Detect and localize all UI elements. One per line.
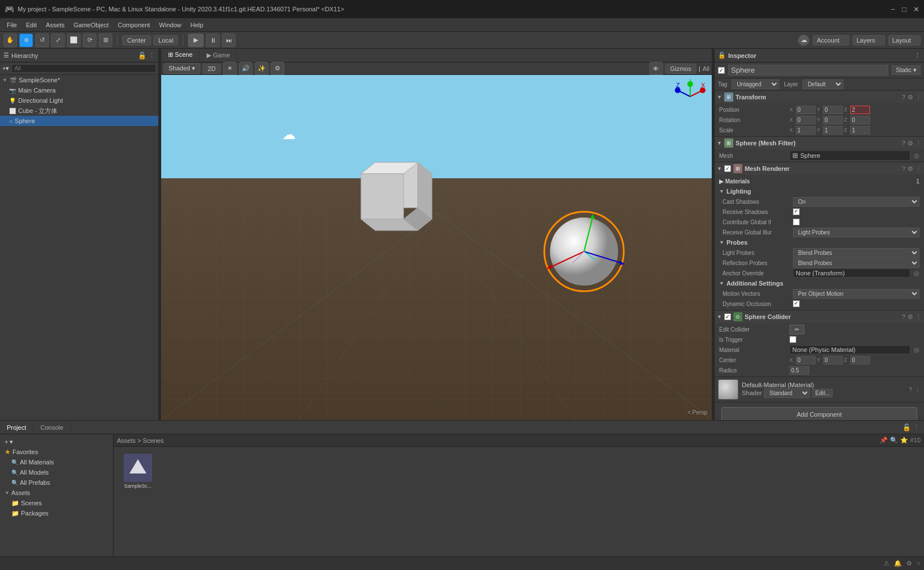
scene-gizmo-widget[interactable]: X Y Z bbox=[673, 79, 707, 114]
add-component-button[interactable]: Add Component bbox=[721, 407, 917, 420]
view-options[interactable]: 👁 bbox=[649, 62, 663, 76]
mesh-filter-menu[interactable]: ⋮ bbox=[915, 140, 922, 147]
lighting-toggle[interactable]: ☀ bbox=[223, 62, 237, 76]
fx-toggle[interactable]: ✨ bbox=[255, 62, 268, 76]
move-tool[interactable]: ⊕ bbox=[19, 33, 33, 47]
object-name-field[interactable] bbox=[728, 65, 888, 76]
object-enable-checkbox[interactable]: ✓ bbox=[718, 67, 725, 74]
game-tab[interactable]: ▶ Game bbox=[200, 51, 237, 60]
center-y-input[interactable] bbox=[823, 356, 843, 364]
add-btn[interactable]: +▾ bbox=[2, 437, 111, 447]
console-tab[interactable]: Console bbox=[33, 423, 70, 432]
project-pin[interactable]: 📌 bbox=[880, 437, 888, 444]
scale-y-input[interactable] bbox=[823, 126, 843, 135]
edit-collider-btn[interactable]: ✏ bbox=[789, 325, 804, 334]
mesh-renderer-settings[interactable]: ⚙ bbox=[908, 165, 913, 173]
mesh-filter-settings[interactable]: ⚙ bbox=[908, 140, 913, 147]
transform-header[interactable]: ▼ ⊞ Transform ? ⚙ ⋮ bbox=[715, 91, 924, 103]
material-help[interactable]: ? bbox=[909, 386, 912, 393]
layout-dropdown[interactable]: Layout bbox=[888, 35, 921, 45]
bottom-lock[interactable]: 🔓 bbox=[902, 424, 911, 431]
probes-header[interactable]: ▼ Probes bbox=[718, 237, 921, 248]
rotate-tool[interactable]: ↺ bbox=[35, 33, 49, 47]
center-z-input[interactable] bbox=[850, 356, 870, 364]
menu-gameobject[interactable]: GameObject bbox=[69, 20, 114, 30]
project-star[interactable]: ⭐ bbox=[900, 437, 908, 444]
mesh-renderer-help[interactable]: ? bbox=[902, 165, 905, 173]
status-icon-1[interactable]: ⚠ bbox=[884, 560, 889, 567]
reflection-probes-dropdown[interactable]: Blend Probes bbox=[793, 258, 919, 268]
anchor-target-btn[interactable]: ◎ bbox=[914, 270, 919, 277]
transform-help[interactable]: ? bbox=[902, 94, 905, 101]
project-search[interactable]: 🔍 bbox=[890, 437, 898, 444]
assets-root[interactable]: ▼ Assets bbox=[2, 488, 111, 498]
close-button[interactable]: ✕ bbox=[913, 5, 919, 14]
pause-button[interactable]: ⏸ bbox=[206, 33, 220, 47]
lighting-header[interactable]: ▼ Lighting bbox=[718, 186, 921, 196]
collider-material-target[interactable]: ◎ bbox=[914, 346, 919, 354]
hand-tool[interactable]: ✋ bbox=[3, 33, 17, 47]
space-toggle[interactable]: Local bbox=[153, 35, 178, 45]
custom-tool[interactable]: ⊞ bbox=[99, 33, 112, 47]
hierarchy-menu[interactable]: ⋮ bbox=[149, 52, 155, 59]
contribute-gi-check[interactable] bbox=[793, 219, 800, 225]
project-tab[interactable]: Project bbox=[0, 423, 33, 432]
scene-tab[interactable]: ⊞ Scene bbox=[161, 50, 200, 61]
hierarchy-cube[interactable]: ⬜ Cube - 立方体 bbox=[0, 106, 158, 116]
material-menu[interactable]: ⋮ bbox=[914, 386, 921, 393]
hierarchy-lock[interactable]: 🔓 bbox=[138, 52, 146, 60]
transform-tool[interactable]: ⟳ bbox=[83, 33, 96, 47]
scene-options[interactable]: ⚙ bbox=[271, 62, 284, 76]
dynamic-occlusion-check[interactable] bbox=[793, 300, 800, 307]
mesh-target-btn[interactable]: ◎ bbox=[914, 152, 919, 160]
menu-file[interactable]: File bbox=[2, 20, 22, 30]
hierarchy-samplescene[interactable]: ▼ 🎬 SampleScene* bbox=[0, 75, 158, 85]
radius-input[interactable] bbox=[789, 366, 809, 375]
bottom-menu[interactable]: ⋮ bbox=[913, 424, 919, 431]
audio-toggle[interactable]: 🔊 bbox=[239, 62, 253, 76]
favorites-item[interactable]: ★ Favorites bbox=[2, 447, 111, 457]
collider-enable[interactable]: ✓ bbox=[724, 313, 731, 320]
is-trigger-check[interactable] bbox=[789, 336, 796, 343]
minimize-button[interactable]: − bbox=[891, 5, 896, 14]
scene-content[interactable]: ☁ bbox=[161, 75, 712, 420]
mesh-filter-help[interactable]: ? bbox=[902, 140, 905, 147]
menu-edit[interactable]: Edit bbox=[22, 20, 41, 30]
cast-shadows-dropdown[interactable]: On Off Two Sided bbox=[793, 197, 919, 207]
menu-help[interactable]: Help bbox=[186, 20, 208, 30]
motion-vectors-dropdown[interactable]: Per Object Motion bbox=[793, 289, 919, 299]
packages-folder[interactable]: 📁 Packages bbox=[2, 508, 111, 518]
menu-component[interactable]: Component bbox=[113, 20, 154, 30]
rect-tool[interactable]: ⬜ bbox=[67, 33, 81, 47]
additional-header[interactable]: ▼ Additional Settings bbox=[718, 278, 921, 288]
center-x-input[interactable] bbox=[796, 356, 816, 364]
mesh-renderer-header[interactable]: ▼ ✓ ⊞ Mesh Renderer ? ⚙ ⋮ bbox=[715, 162, 924, 175]
rotation-y-input[interactable] bbox=[823, 116, 843, 124]
inspector-lock-icon[interactable]: 🔓 bbox=[718, 52, 726, 59]
receive-shadows-check[interactable] bbox=[793, 208, 800, 215]
shader-dropdown[interactable]: Standard bbox=[764, 388, 810, 398]
mesh-renderer-menu[interactable]: ⋮ bbox=[915, 165, 922, 173]
rotation-x-input[interactable] bbox=[796, 116, 816, 124]
collab-button[interactable]: ☁ bbox=[798, 35, 809, 46]
position-y-input[interactable] bbox=[823, 106, 843, 114]
static-dropdown[interactable]: Static ▾ bbox=[892, 65, 921, 75]
scale-tool[interactable]: ⤢ bbox=[51, 33, 65, 47]
position-x-input[interactable] bbox=[796, 106, 816, 114]
layers-dropdown[interactable]: Layers bbox=[852, 35, 885, 45]
menu-window[interactable]: Window bbox=[154, 20, 186, 30]
tag-dropdown[interactable]: Untagged bbox=[732, 79, 779, 89]
shading-dropdown[interactable]: Shaded ▾ bbox=[163, 63, 200, 74]
2d-button[interactable]: 2D bbox=[203, 64, 221, 74]
hierarchy-sphere[interactable]: ○ Sphere bbox=[0, 116, 158, 126]
mesh-renderer-enable[interactable]: ✓ bbox=[724, 165, 731, 172]
gizmos-dropdown[interactable]: Gizmos bbox=[665, 64, 696, 74]
collider-help[interactable]: ? bbox=[902, 313, 905, 321]
status-icon-3[interactable]: ⚙ bbox=[906, 560, 912, 567]
edit-shader-btn[interactable]: Edit... bbox=[812, 389, 833, 397]
maximize-button[interactable]: □ bbox=[902, 5, 906, 14]
collider-settings[interactable]: ⚙ bbox=[908, 313, 913, 321]
sphere-collider-header[interactable]: ▼ ✓ ⊙ Sphere Collider ? ⚙ ⋮ bbox=[715, 311, 924, 323]
play-button[interactable]: ▶ bbox=[188, 33, 204, 47]
status-icon-2[interactable]: 🔔 bbox=[894, 560, 902, 567]
